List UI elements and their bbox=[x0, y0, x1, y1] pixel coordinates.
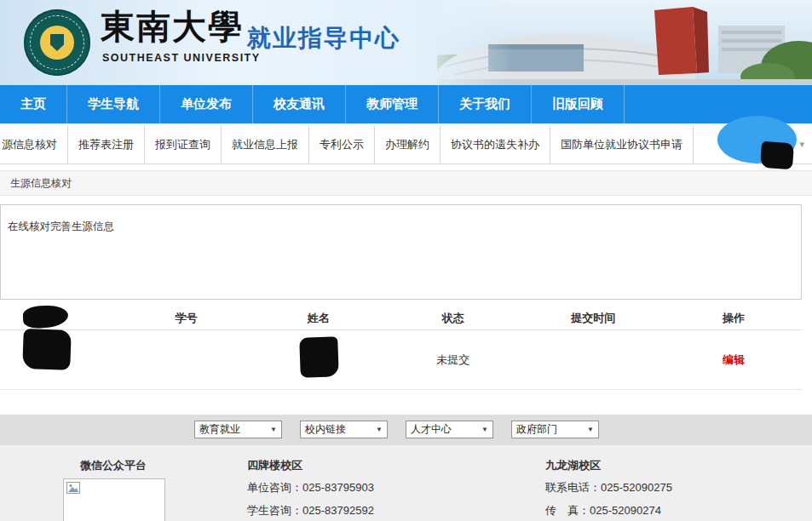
table-header-name: 姓名 bbox=[252, 311, 384, 329]
phone-value: 025-83792592 bbox=[302, 504, 374, 517]
status-badge: 未提交 bbox=[385, 330, 521, 389]
nav-item-old-version[interactable]: 旧版回顾 bbox=[532, 85, 625, 123]
sub-nav: 源信息核对 推荐表注册 报到证查询 就业信息上报 专利公示 办理解约 协议书的遗… bbox=[0, 126, 812, 164]
select-government-dept[interactable]: 政府部门 ▼ bbox=[511, 421, 599, 438]
university-name-cn: 東南大學 bbox=[101, 7, 244, 46]
caret-down-icon: ▼ bbox=[587, 426, 594, 433]
university-name-en: SOUTHEAST UNIVERSITY bbox=[102, 52, 261, 64]
nav-item-home[interactable]: 主页 bbox=[0, 85, 67, 123]
nav-item-alumni[interactable]: 校友通讯 bbox=[253, 85, 346, 123]
table-header-action: 操作 bbox=[665, 311, 802, 329]
tab-employment-info-report[interactable]: 就业信息上报 bbox=[222, 126, 309, 163]
notice-box: 在线核对完善生源信息 bbox=[0, 204, 802, 300]
logo-ring bbox=[30, 15, 84, 70]
table-row: 未提交 编辑 bbox=[0, 330, 802, 390]
page-title: 生源信息核对 bbox=[10, 176, 72, 191]
caret-down-icon: ▼ bbox=[376, 426, 383, 433]
link-select-band: 教育就业 ▼ 校内链接 ▼ 人才中心 ▼ 政府部门 ▼ bbox=[0, 415, 812, 445]
sipailou-employer-phone: 单位咨询：025-83795903 bbox=[247, 481, 374, 495]
tab-source-info-check[interactable]: 源信息核对 bbox=[0, 126, 68, 163]
sipailou-student-phone: 学生咨询：025-83792592 bbox=[247, 504, 374, 518]
shield-icon bbox=[50, 34, 64, 51]
broken-image-icon bbox=[66, 482, 80, 494]
redaction-avatar bbox=[760, 141, 794, 170]
photo-fade bbox=[418, 0, 512, 85]
tab-defense-agreement-apply[interactable]: 国防单位就业协议书申请 bbox=[550, 126, 694, 163]
nav-item-teacher-admin[interactable]: 教师管理 bbox=[346, 85, 439, 123]
tab-contract-termination[interactable]: 办理解约 bbox=[375, 126, 441, 163]
jiulonghu-campus-column: 九龙湖校区 联系电话：025-52090275 传 真：025-52090274 bbox=[545, 459, 672, 521]
section-title-bar: 生源信息核对 bbox=[0, 170, 812, 196]
phone-value: 025-52090275 bbox=[601, 481, 672, 494]
fax-value: 025-52090274 bbox=[590, 504, 661, 517]
redaction-department-cell bbox=[22, 329, 72, 370]
fax-label: 传 真： bbox=[545, 504, 590, 517]
main-nav: 主页 学生导航 单位发布 校友通讯 教师管理 关于我们 旧版回顾 bbox=[0, 85, 812, 123]
table-header-row: 学号 姓名 状态 提交时间 操作 bbox=[0, 311, 802, 330]
edit-link[interactable]: 编辑 bbox=[723, 352, 745, 368]
phone-label: 学生咨询： bbox=[247, 504, 302, 517]
phone-value: 025-83795903 bbox=[302, 481, 374, 494]
nav-item-employer-post[interactable]: 单位发布 bbox=[160, 85, 253, 123]
notice-text: 在线核对完善生源信息 bbox=[8, 220, 114, 232]
phone-label: 单位咨询： bbox=[247, 481, 302, 494]
caret-down-icon: ▼ bbox=[270, 426, 277, 433]
table-cell-submit-time bbox=[521, 330, 665, 389]
select-label: 政府部门 bbox=[516, 422, 557, 437]
select-label: 教育就业 bbox=[199, 422, 240, 437]
table-header-submit-time: 提交时间 bbox=[521, 311, 665, 329]
tab-patent-publicity[interactable]: 专利公示 bbox=[309, 126, 375, 163]
wechat-qr-image bbox=[63, 478, 165, 521]
sipailou-campus-title: 四牌楼校区 bbox=[247, 459, 374, 472]
select-talent-center[interactable]: 人才中心 ▼ bbox=[406, 421, 493, 438]
chevron-down-icon[interactable]: ▾ bbox=[799, 139, 804, 150]
logo-core bbox=[40, 26, 74, 60]
tab-registration-card-query[interactable]: 报到证查询 bbox=[145, 126, 222, 163]
nav-item-student-guide[interactable]: 学生导航 bbox=[67, 85, 160, 123]
table-cell-action: 编辑 bbox=[665, 330, 802, 389]
site-title: 就业指导中心 bbox=[247, 22, 400, 54]
table-header-student-id: 学号 bbox=[120, 311, 252, 329]
phone-label: 联系电话： bbox=[545, 481, 601, 494]
nav-item-about[interactable]: 关于我们 bbox=[439, 85, 532, 123]
tab-recommendation-register[interactable]: 推荐表注册 bbox=[68, 126, 145, 163]
site-header: 東南大學 SOUTHEAST UNIVERSITY 就业指导中心 bbox=[0, 0, 812, 85]
page: 東南大學 SOUTHEAST UNIVERSITY 就业指导中心 主页 学生导航… bbox=[0, 0, 812, 521]
tab-agreement-loss-reissue[interactable]: 协议书的遗失补办 bbox=[441, 126, 550, 163]
table-cell-student-id bbox=[120, 330, 252, 389]
jiulonghu-fax: 传 真：025-52090274 bbox=[545, 504, 672, 518]
select-education-employment[interactable]: 教育就业 ▼ bbox=[194, 421, 282, 438]
table-header-status: 状态 bbox=[385, 311, 521, 329]
submission-table: 学号 姓名 状态 提交时间 操作 未提交 编辑 bbox=[0, 311, 802, 390]
jiulonghu-contact-phone: 联系电话：025-52090275 bbox=[545, 481, 672, 495]
jiulonghu-campus-title: 九龙湖校区 bbox=[545, 459, 672, 472]
university-logo bbox=[24, 9, 90, 76]
caret-down-icon: ▼ bbox=[481, 426, 488, 433]
select-campus-links[interactable]: 校内链接 ▼ bbox=[300, 421, 388, 438]
wechat-platform-title: 微信公众平台 bbox=[80, 459, 147, 472]
site-footer: 微信公众平台 四牌楼校区 单位咨询：025-83795903 学生咨询：025-… bbox=[0, 445, 812, 521]
sipailou-campus-column: 四牌楼校区 单位咨询：025-83795903 学生咨询：025-8379259… bbox=[247, 459, 374, 521]
redaction-name-cell bbox=[299, 336, 339, 378]
select-label: 校内链接 bbox=[305, 422, 346, 437]
select-label: 人才中心 bbox=[411, 422, 452, 437]
